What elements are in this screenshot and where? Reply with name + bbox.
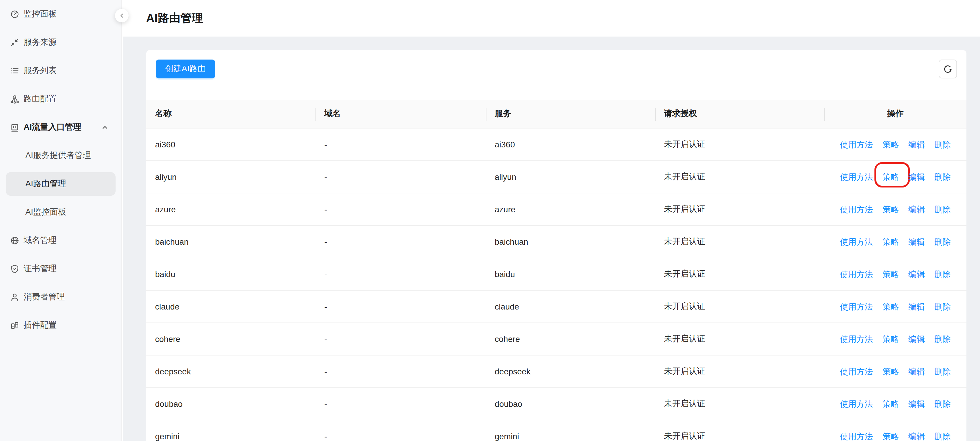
action-link-delete[interactable]: 删除: [934, 204, 951, 214]
action-link-edit[interactable]: 编辑: [908, 204, 925, 214]
sidebar-item-dashboard[interactable]: 监控面板: [0, 0, 121, 28]
cell-name: baidu: [146, 258, 315, 290]
action-link-usage-method[interactable]: 使用方法: [840, 334, 873, 344]
action-link-delete[interactable]: 删除: [934, 399, 951, 408]
action-link-policy[interactable]: 策略: [882, 139, 899, 149]
action-link-delete[interactable]: 删除: [934, 237, 951, 246]
action-link-policy[interactable]: 策略: [882, 431, 899, 441]
action-link-usage-method[interactable]: 使用方法: [840, 431, 873, 441]
cell-actions: 使用方法策略编辑删除: [824, 160, 966, 193]
sidebar-menu: 监控面板 服务来源 服务列表 路由配置: [0, 0, 121, 339]
action-link-edit[interactable]: 编辑: [908, 366, 925, 376]
column-header-actions: 操作: [824, 100, 966, 128]
action-link-edit[interactable]: 编辑: [908, 334, 925, 344]
cell-name: cohere: [146, 323, 315, 355]
table-row: azure - azure 未开启认证 使用方法策略编辑删除: [146, 193, 966, 225]
table-body: ai360 - ai360 未开启认证 使用方法策略编辑删除 aliyun - …: [146, 128, 966, 441]
action-link-usage-method[interactable]: 使用方法: [840, 366, 873, 376]
action-link-usage-method[interactable]: 使用方法: [840, 399, 873, 408]
sidebar-item-label: 服务列表: [24, 65, 57, 76]
action-link-delete[interactable]: 删除: [934, 269, 951, 279]
action-link-delete[interactable]: 删除: [934, 139, 951, 149]
action-link-delete[interactable]: 删除: [934, 431, 951, 441]
action-link-policy[interactable]: 策略: [882, 172, 899, 181]
action-link-edit[interactable]: 编辑: [908, 139, 925, 149]
cell-name: gemini: [146, 420, 315, 441]
sidebar-item-route-config[interactable]: 路由配置: [0, 85, 121, 113]
shrink-icon: [10, 38, 19, 47]
action-link-usage-method[interactable]: 使用方法: [840, 269, 873, 279]
cell-auth: 未开启认证: [655, 290, 824, 323]
action-link-policy[interactable]: 策略: [882, 237, 899, 246]
sidebar-item-service-source[interactable]: 服务来源: [0, 28, 121, 57]
content-area: 创建AI路由 名称 域名: [123, 37, 980, 441]
action-link-policy[interactable]: 策略: [882, 204, 899, 214]
action-link-usage-method[interactable]: 使用方法: [840, 237, 873, 246]
sidebar-item-label: 插件配置: [24, 320, 57, 331]
sidebar-item-plugin-config[interactable]: 插件配置: [0, 311, 121, 339]
dashboard-icon: [10, 10, 19, 19]
main-area: AI路由管理 创建AI路由: [123, 0, 980, 441]
cell-domain: -: [315, 258, 486, 290]
sidebar-item-ai-provider-mgmt[interactable]: AI服务提供者管理: [0, 142, 121, 170]
action-link-delete[interactable]: 删除: [934, 172, 951, 181]
action-link-edit[interactable]: 编辑: [908, 269, 925, 279]
user-icon: [10, 293, 19, 302]
action-link-policy[interactable]: 策略: [882, 366, 899, 376]
action-link-delete[interactable]: 删除: [934, 366, 951, 376]
table-row: aliyun - aliyun 未开启认证 使用方法策略编辑删除: [146, 160, 966, 193]
cell-domain: -: [315, 193, 486, 225]
refresh-button[interactable]: [939, 59, 957, 78]
action-link-usage-method[interactable]: 使用方法: [840, 204, 873, 214]
action-link-policy[interactable]: 策略: [882, 399, 899, 408]
sidebar-collapse-button[interactable]: [115, 9, 129, 22]
page-header: AI路由管理: [123, 0, 980, 37]
cell-name: baichuan: [146, 225, 315, 258]
action-link-usage-method[interactable]: 使用方法: [840, 302, 873, 311]
cell-name: claude: [146, 290, 315, 323]
sidebar-item-consumer-mgmt[interactable]: 消费者管理: [0, 283, 121, 311]
action-link-policy[interactable]: 策略: [882, 334, 899, 344]
cell-service: azure: [486, 193, 655, 225]
cell-name: azure: [146, 193, 315, 225]
table-row: doubao - doubao 未开启认证 使用方法策略编辑删除: [146, 387, 966, 420]
sidebar-item-service-list[interactable]: 服务列表: [0, 57, 121, 85]
action-link-edit[interactable]: 编辑: [908, 431, 925, 441]
action-link-usage-method[interactable]: 使用方法: [840, 139, 873, 149]
action-link-edit[interactable]: 编辑: [908, 399, 925, 408]
cell-domain: -: [315, 355, 486, 387]
table-row: deepseek - deepseek 未开启认证 使用方法策略编辑删除: [146, 355, 966, 387]
sidebar-item-cert-mgmt[interactable]: 证书管理: [0, 255, 121, 283]
chevron-left-icon: [118, 12, 126, 19]
action-link-usage-method[interactable]: 使用方法: [840, 172, 873, 181]
plugin-icon: [10, 321, 19, 330]
sidebar-item-ai-traffic[interactable]: AI流量入口管理: [0, 113, 121, 142]
cell-auth: 未开启认证: [655, 128, 824, 160]
action-link-policy[interactable]: 策略: [882, 269, 899, 279]
list-icon: [10, 66, 19, 75]
table-row: baichuan - baichuan 未开启认证 使用方法策略编辑删除: [146, 225, 966, 258]
action-link-policy[interactable]: 策略: [882, 302, 899, 311]
cell-actions: 使用方法策略编辑删除: [824, 290, 966, 323]
cell-domain: -: [315, 225, 486, 258]
cell-auth: 未开启认证: [655, 225, 824, 258]
action-link-delete[interactable]: 删除: [934, 334, 951, 344]
page-title: AI路由管理: [146, 11, 204, 26]
action-link-edit[interactable]: 编辑: [908, 237, 925, 246]
action-link-delete[interactable]: 删除: [934, 302, 951, 311]
app-root: 监控面板 服务来源 服务列表 路由配置: [0, 0, 980, 441]
action-link-edit[interactable]: 编辑: [908, 172, 925, 181]
cell-service: baichuan: [486, 225, 655, 258]
sidebar-item-ai-route-mgmt[interactable]: AI路由管理: [6, 172, 116, 196]
certificate-icon: [10, 264, 19, 274]
table-row: baidu - baidu 未开启认证 使用方法策略编辑删除: [146, 258, 966, 290]
sidebar-item-ai-monitor[interactable]: AI监控面板: [0, 198, 121, 226]
create-ai-route-button[interactable]: 创建AI路由: [156, 59, 215, 78]
cell-service: baidu: [486, 258, 655, 290]
cell-service: cohere: [486, 323, 655, 355]
cell-actions: 使用方法策略编辑删除: [824, 355, 966, 387]
cell-auth: 未开启认证: [655, 387, 824, 420]
action-link-edit[interactable]: 编辑: [908, 302, 925, 311]
sidebar-item-domain-mgmt[interactable]: 域名管理: [0, 226, 121, 255]
sidebar-item-label: AI流量入口管理: [24, 122, 81, 133]
